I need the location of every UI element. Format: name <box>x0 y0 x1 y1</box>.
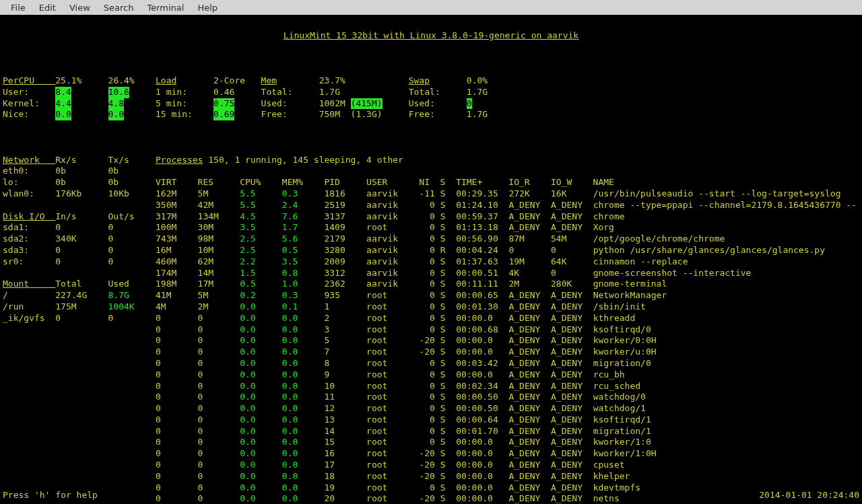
list-row: 0 0 0.0 0.0 17 root -20 S 00:00.0 A_DENY… <box>3 460 859 471</box>
list-row: sda3: 0 0 16M 10M 2.5 0.5 3280 aarvik 0 … <box>3 245 859 256</box>
list-row: 0 0 0.0 0.0 15 root 0 S 00:00.0 A_DENY A… <box>3 437 859 448</box>
timestamp: 2014-01-01 20:24:40 <box>759 490 859 501</box>
stats-block: PerCPU 25.1% 26.4% Load 2-Core Mem 23.7%… <box>3 75 859 120</box>
list-row: 0 0 0.0 0.0 18 root -20 S 00:00.0 A_DENY… <box>3 471 859 482</box>
menu-view[interactable]: View <box>63 1 97 15</box>
list-row: 0 0 0.0 0.0 7 root -20 S 00:00.0 A_DENY … <box>3 347 859 358</box>
list-row: /run 175M 1004K 4M 2M 0.0 0.1 1 root 0 S… <box>3 301 859 313</box>
list-row: 0 0 0.0 0.0 10 root 0 S 00:02.34 A_DENY … <box>3 381 859 392</box>
list-row: 174M 14M 1.5 0.8 3312 aarvik 0 S 00:00.5… <box>3 268 859 279</box>
list-row: 0 0 0.0 0.0 5 root -20 S 00:00.0 A_DENY … <box>3 335 859 347</box>
list-row: 0 0 0.0 0.0 11 root 0 S 00:00.50 A_DENY … <box>3 392 859 403</box>
list-row: 0 0 0.0 0.0 12 root 0 S 00:00.50 A_DENY … <box>3 403 859 415</box>
list-row: 0 0 0.0 0.0 9 root 0 S 00:00.0 A_DENY A_… <box>3 369 859 381</box>
help-hint: Press 'h' for help <box>3 490 98 501</box>
lists-block: Network Rx/s Tx/s Processes 150, 1 runni… <box>3 155 859 504</box>
list-row: sda2: 340K 0 743M 98M 2.5 5.6 2179 aarvi… <box>3 233 859 245</box>
list-row: wlan0: 176Kb 10Kb 162M 5M 5.5 0.3 1816 a… <box>3 188 859 200</box>
list-row: eth0: 0b 0b <box>3 166 859 177</box>
list-row: Network Rx/s Tx/s Processes 150, 1 runni… <box>3 155 859 166</box>
list-row: 0 0 0.0 0.0 14 root 0 S 00:01.70 A_DENY … <box>3 426 859 437</box>
list-row: 0 0 0.0 0.0 13 root 0 S 00:00.64 A_DENY … <box>3 415 859 426</box>
list-row: 0 0 0.0 0.0 16 root -20 S 00:00.0 A_DENY… <box>3 448 859 460</box>
menu-help[interactable]: Help <box>191 1 224 15</box>
list-row: 0 0 0.0 0.0 8 root 0 S 00:03.42 A_DENY A… <box>3 358 859 369</box>
list-row: _ik/gvfs 0 0 0 0 0.0 0.0 2 root 0 S 00:0… <box>3 313 859 324</box>
menubar[interactable]: FileEditViewSearchTerminalHelp <box>0 0 862 15</box>
list-row: sr0: 0 0 460M 62M 2.2 3.5 2009 aarvik 0 … <box>3 256 859 268</box>
list-row: lo: 0b 0b VIRT RES CPU% MEM% PID USER NI… <box>3 177 859 188</box>
list-row: 350M 42M 5.5 2.4 2519 aarvik 0 S 01:24.1… <box>3 200 859 211</box>
list-row: / 227.4G 8.7G 41M 5M 0.2 0.3 935 root 0 … <box>3 290 859 301</box>
list-row: Mount Total Used 198M 17M 0.5 1.0 2362 a… <box>3 279 859 290</box>
list-row: sda1: 0 0 100M 30M 3.5 1.7 1409 root 0 S… <box>3 222 859 233</box>
menu-file[interactable]: File <box>4 1 32 15</box>
menu-edit[interactable]: Edit <box>32 1 63 15</box>
system-title: LinuxMint 15 32bit with Linux 3.8.0-19-g… <box>3 30 859 42</box>
list-row: Disk I/O In/s Out/s 317M 134M 4.5 7.6 31… <box>3 211 859 223</box>
list-row: 0 0 0.0 0.0 3 root 0 S 00:00.68 A_DENY A… <box>3 324 859 336</box>
menu-search[interactable]: Search <box>97 1 141 15</box>
menu-terminal[interactable]: Terminal <box>140 1 191 15</box>
terminal-output[interactable]: LinuxMint 15 32bit with Linux 3.8.0-19-g… <box>0 15 862 504</box>
